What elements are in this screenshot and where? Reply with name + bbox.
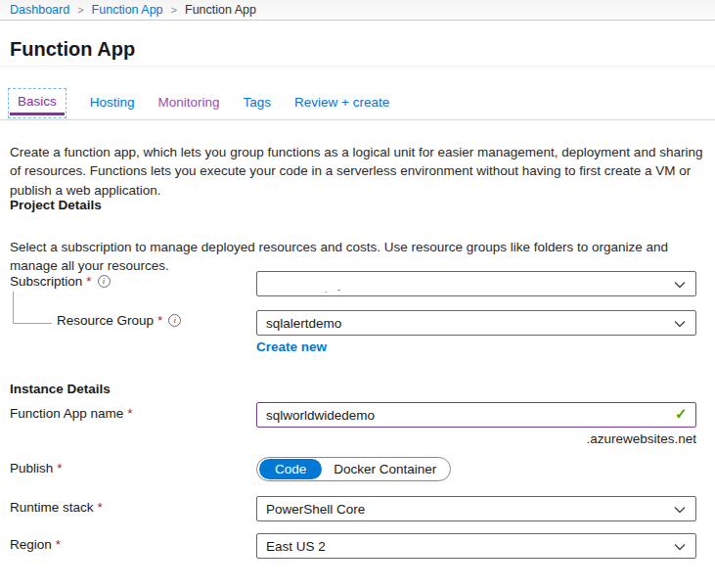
region-label: Region * [10, 537, 61, 552]
tab-hosting[interactable]: Hosting [90, 89, 135, 118]
breadcrumb-function-app-link[interactable]: Function App [92, 3, 163, 17]
function-app-create-page: Dashboard > Function App > Function App … [0, 0, 715, 588]
subscription-label-text: Subscription [10, 274, 82, 289]
publish-label: Publish * [10, 461, 63, 475]
required-marker: * [86, 274, 91, 289]
tabs-divider [0, 119, 715, 120]
info-icon[interactable]: i [98, 275, 111, 288]
function-app-name-input[interactable] [256, 402, 696, 428]
publish-toggle-group: Code Docker Container [256, 457, 451, 481]
function-app-name-label-text: Function App name [10, 406, 123, 421]
tree-connector-horizontal [13, 323, 52, 324]
runtime-stack-label: Runtime stack * [10, 500, 103, 515]
breadcrumb: Dashboard > Function App > Function App [0, 0, 715, 21]
required-marker: * [98, 500, 103, 515]
function-app-name-label: Function App name * [10, 406, 133, 421]
breadcrumb-separator-icon: > [171, 4, 177, 16]
region-dropdown[interactable]: East US 2 [256, 533, 696, 559]
breadcrumb-separator-icon: > [77, 4, 83, 16]
required-marker: * [127, 406, 132, 421]
publish-option-code[interactable]: Code [259, 459, 322, 479]
page-title: Function App [10, 38, 135, 61]
tab-monitoring[interactable]: Monitoring [158, 89, 220, 118]
resource-group-dropdown[interactable]: sqlalertdemo [256, 310, 696, 336]
subscription-dropdown[interactable] [256, 271, 696, 296]
breadcrumb-dashboard-link[interactable]: Dashboard [10, 3, 69, 17]
runtime-stack-label-text: Runtime stack [10, 500, 94, 515]
chevron-down-icon [673, 503, 687, 517]
project-details-description: Select a subscription to manage deployed… [10, 238, 708, 276]
tab-review-create[interactable]: Review + create [294, 89, 389, 118]
domain-suffix-text: .azurewebsites.net [586, 431, 696, 446]
wizard-tabs: Basics Hosting Monitoring Tags Review + … [8, 88, 389, 118]
subscription-redacted-remnant: . - [325, 285, 344, 294]
instance-details-heading: Instance Details [10, 382, 111, 396]
info-icon[interactable]: i [168, 314, 181, 327]
intro-text: Create a function app, which lets you gr… [10, 143, 708, 201]
create-new-link[interactable]: Create new [256, 339, 327, 354]
project-details-heading: Project Details [10, 198, 102, 212]
resource-group-value: sqlalertdemo [266, 316, 341, 331]
header-divider [0, 66, 715, 67]
validation-check-icon: ✓ [675, 405, 688, 423]
region-label-text: Region [10, 537, 52, 552]
runtime-stack-dropdown[interactable]: PowerShell Core [256, 496, 696, 521]
subscription-label: Subscription * i [10, 274, 111, 289]
runtime-stack-value: PowerShell Core [266, 502, 365, 517]
tab-tags[interactable]: Tags [244, 89, 272, 118]
tree-connector-vertical [13, 292, 14, 324]
publish-label-text: Publish [10, 461, 53, 475]
region-value: East US 2 [266, 539, 326, 554]
resource-group-label-text: Resource Group [57, 313, 154, 328]
required-marker: * [157, 313, 162, 328]
required-marker: * [56, 537, 61, 552]
resource-group-label: Resource Group * i [57, 313, 181, 328]
breadcrumb-current: Function App [185, 3, 256, 17]
tab-basics[interactable]: Basics [8, 88, 67, 118]
chevron-down-icon [673, 540, 687, 554]
publish-option-docker[interactable]: Docker Container [322, 459, 448, 479]
required-marker: * [57, 461, 62, 475]
chevron-down-icon [673, 278, 687, 292]
chevron-down-icon [673, 317, 687, 331]
